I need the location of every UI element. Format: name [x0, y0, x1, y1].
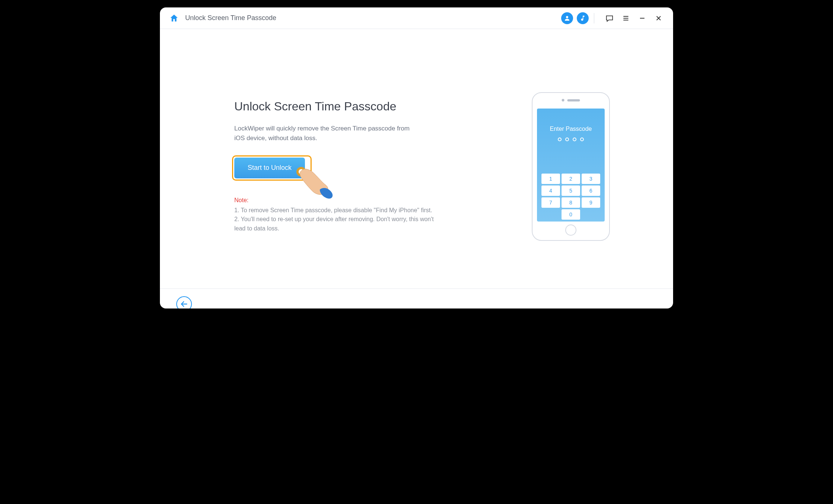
passcode-dots [558, 138, 584, 141]
key-3: 3 [582, 174, 600, 184]
key-6: 6 [582, 185, 600, 196]
page-title: Unlock Screen Time Passcode [185, 14, 276, 22]
note-label: Note: [234, 197, 450, 204]
key-9: 9 [582, 197, 600, 208]
account-icon[interactable] [561, 12, 573, 24]
footer-bar [160, 288, 673, 308]
main-heading: Unlock Screen Time Passcode [234, 100, 450, 113]
minimize-button[interactable] [636, 12, 649, 25]
phone-screen-title: Enter Passcode [550, 126, 592, 132]
svg-point-0 [566, 16, 568, 18]
app-window: Unlock Screen Time Passcode Unlock Scree… [160, 7, 673, 308]
key-2: 2 [562, 174, 580, 184]
home-icon[interactable] [169, 13, 179, 23]
feedback-icon[interactable] [603, 12, 616, 25]
start-unlock-button[interactable]: Start to Unlock [234, 158, 305, 178]
key-7: 7 [541, 197, 560, 208]
left-column: Unlock Screen Time Passcode LockWiper wi… [234, 100, 450, 288]
phone-keypad: 1 2 3 4 5 6 7 8 9 0 [540, 172, 602, 222]
close-button[interactable] [652, 12, 665, 25]
key-4: 4 [541, 185, 560, 196]
phone-illustration: Enter Passcode 1 2 3 4 5 6 7 8 9 0 [532, 92, 610, 241]
phone-home-button [565, 224, 576, 236]
title-bar: Unlock Screen Time Passcode [160, 7, 673, 29]
key-1: 1 [541, 174, 560, 184]
note-line-1: 1. To remove Screen Time passcode, pleas… [234, 206, 443, 215]
key-5: 5 [562, 185, 580, 196]
note-block: Note: 1. To remove Screen Time passcode,… [234, 197, 450, 233]
menu-icon[interactable] [620, 12, 632, 25]
note-line-2: 2. You'll need to re-set up your device … [234, 215, 443, 233]
music-update-icon[interactable] [577, 12, 589, 24]
phone-screen: Enter Passcode 1 2 3 4 5 6 7 8 9 0 [537, 109, 605, 222]
back-button[interactable] [176, 296, 192, 309]
key-0: 0 [562, 209, 580, 220]
phone-speaker [562, 99, 580, 101]
main-description: LockWiper will quickly remove the Screen… [234, 124, 420, 143]
content-area: Unlock Screen Time Passcode LockWiper wi… [160, 29, 673, 288]
unlock-button-highlight: Start to Unlock [234, 158, 309, 178]
key-8: 8 [562, 197, 580, 208]
divider [594, 13, 594, 23]
